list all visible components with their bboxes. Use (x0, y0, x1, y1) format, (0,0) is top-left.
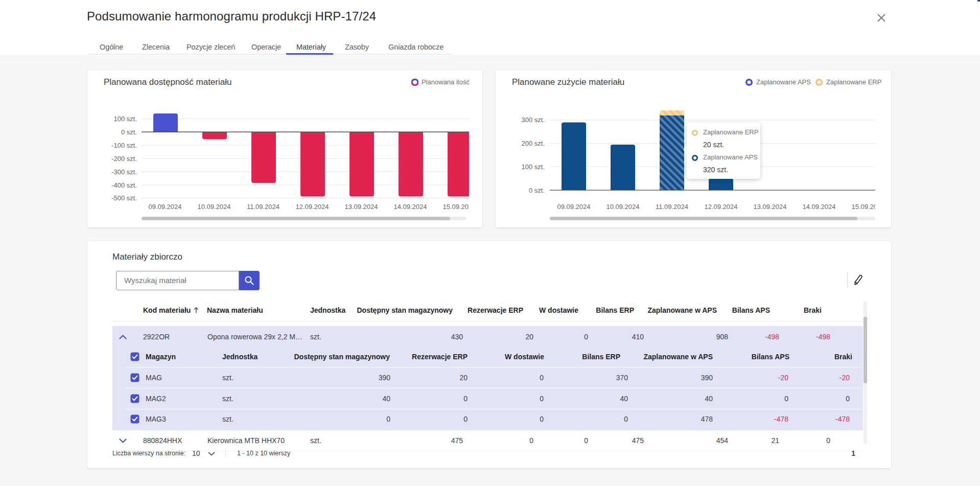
svg-text:09.09.2024: 09.09.2024 (557, 203, 590, 211)
svg-text:200 szt.: 200 szt. (521, 140, 545, 147)
svg-text:0 szt.: 0 szt. (529, 187, 545, 194)
svg-text:-300 szt.: -300 szt. (111, 168, 137, 176)
svg-text:12.09.2024: 12.09.2024 (295, 203, 329, 211)
svg-text:-200 szt.: -200 szt. (111, 155, 137, 163)
svg-text:100 szt.: 100 szt. (113, 115, 137, 123)
svg-text:09.09.2024: 09.09.2024 (148, 203, 181, 211)
svg-text:14.09.2024: 14.09.2024 (802, 203, 835, 211)
svg-text:10.09.2024: 10.09.2024 (197, 203, 230, 211)
svg-text:13.09.2024: 13.09.2024 (753, 203, 786, 211)
svg-text:300 szt.: 300 szt. (521, 116, 545, 124)
svg-text:0 szt.: 0 szt. (121, 128, 137, 136)
svg-text:11.09.2024: 11.09.2024 (656, 203, 688, 211)
svg-text:10.09.2024: 10.09.2024 (606, 203, 639, 211)
svg-text:11.09.2024: 11.09.2024 (247, 203, 279, 211)
svg-text:100 szt.: 100 szt. (521, 163, 545, 171)
svg-text:14.09.2024: 14.09.2024 (393, 203, 427, 211)
svg-text:-500 szt.: -500 szt. (111, 194, 137, 202)
svg-text:13.09.2024: 13.09.2024 (344, 203, 378, 211)
svg-text:15.09.2024: 15.09.2024 (851, 203, 884, 211)
svg-text:-400 szt.: -400 szt. (111, 181, 137, 189)
svg-text:-100 szt.: -100 szt. (111, 142, 137, 149)
svg-text:12.09.2024: 12.09.2024 (704, 203, 737, 211)
svg-text:15.09.2024: 15.09.2024 (442, 203, 476, 211)
